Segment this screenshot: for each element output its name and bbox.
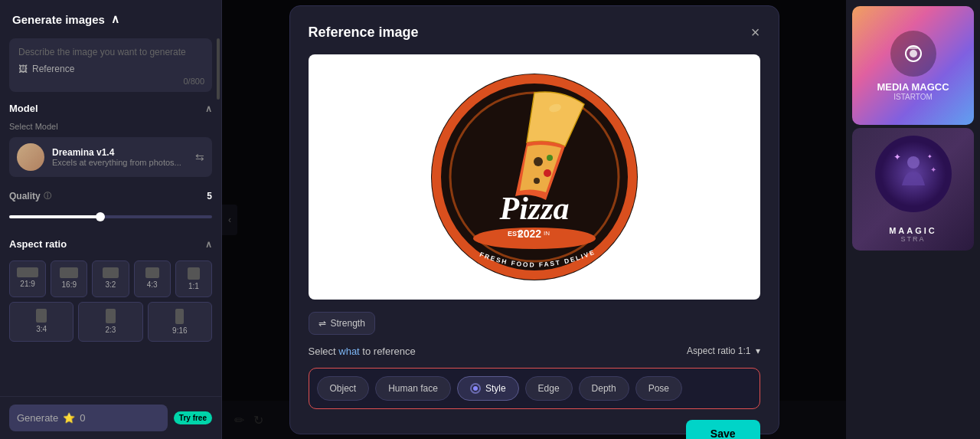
reference-image-modal: Reference image × (289, 5, 779, 434)
ratio-box-2-3 (106, 309, 116, 323)
save-button[interactable]: Save (686, 420, 760, 440)
sidebar-footer: Generate ⭐ 0 Try free (0, 396, 221, 439)
try-free-badge: Try free (174, 411, 212, 424)
pill-radio-dot (473, 386, 478, 391)
depth-label: Depth (592, 383, 616, 394)
pose-label: Pose (648, 383, 669, 394)
svg-rect-17 (909, 47, 918, 49)
modal-header: Reference image × (309, 25, 760, 41)
aspect-16-9[interactable]: 16:9 (51, 260, 87, 297)
reference-pills-container: Object Human face Style Edge Depth (309, 368, 760, 409)
aspect-ratio-dropdown[interactable]: Aspect ratio 1:1 ▾ (687, 346, 760, 356)
quality-label: Quality ⓘ (9, 191, 51, 201)
maagic-brand: MAAGIC (889, 226, 937, 235)
svg-text:2022: 2022 (518, 228, 541, 240)
aspect-21-9[interactable]: 21:9 (9, 260, 46, 297)
camera-card[interactable]: MEDIA MAGCC ISTARTOM (852, 6, 974, 125)
select-highlight: what (338, 346, 359, 357)
model-info: Dreamina v1.4 Excels at everything from … (52, 147, 188, 167)
sidebar-chevron-icon: ∧ (111, 12, 119, 26)
svg-text:✦: ✦ (927, 153, 933, 160)
model-avatar (17, 143, 44, 171)
generate-label: Generate (17, 412, 58, 424)
settings-icon[interactable]: ⇆ (195, 151, 204, 163)
select-what-label: Select what to reference (309, 346, 416, 357)
strength-button[interactable]: ⇌ Strength (309, 312, 375, 335)
aspect-3-2[interactable]: 3:2 (92, 260, 129, 297)
maagic-label-area: MAAGIC STRA (889, 226, 937, 243)
prompt-placeholder: Describe the image you want to generate (18, 47, 186, 57)
ratio-box-1-1 (188, 267, 200, 280)
edge-label: Edge (538, 383, 560, 394)
modal-title: Reference image (309, 25, 419, 41)
aspect-1-1[interactable]: 1:1 (175, 260, 212, 297)
maagic-circle: ✦ ✦ ✦ (875, 136, 952, 212)
human-face-label: Human face (388, 383, 438, 394)
svg-point-7 (547, 155, 553, 161)
aspect-ratio-section: Aspect ratio ∧ (9, 228, 212, 254)
info-icon: ⓘ (44, 191, 51, 201)
scroll-bar[interactable] (217, 38, 220, 100)
generate-images-title: Generate images (12, 13, 105, 26)
ratio-box-3-2 (103, 267, 119, 278)
char-count: 0/800 (183, 77, 204, 86)
pizza-logo-image: Pizza EST. 2022 IN FRESH FOOD FAST DELIV… (427, 70, 642, 284)
svg-point-5 (544, 169, 551, 177)
strength-label: Strength (331, 318, 365, 329)
quality-section: Quality ⓘ 5 (9, 177, 212, 209)
camera-icon (890, 31, 936, 77)
svg-text:Pizza: Pizza (498, 191, 569, 226)
aspect-ratio-title: Aspect ratio (9, 238, 67, 250)
quality-slider[interactable] (9, 215, 212, 218)
aspect-grid-row2: 3:4 2:3 9:16 (9, 302, 212, 342)
sidebar: Generate images ∧ Describe the image you… (0, 0, 222, 439)
model-name: Dreamina v1.4 (52, 147, 188, 158)
svg-text:✦: ✦ (893, 152, 901, 162)
select-row: Select what to reference Aspect ratio 1:… (309, 346, 760, 357)
pill-depth[interactable]: Depth (579, 376, 629, 401)
aspect-ratio-chevron-icon: ∧ (205, 239, 212, 250)
ratio-box-9-16 (175, 309, 184, 324)
prompt-area[interactable]: Describe the image you want to generate … (9, 38, 212, 92)
object-label: Object (330, 383, 357, 394)
model-section: Model ∧ (9, 92, 212, 119)
camera-card-subtitle: ISTARTOM (877, 93, 949, 101)
pill-object[interactable]: Object (317, 376, 370, 401)
sidebar-scroll: Describe the image you want to generate … (0, 32, 221, 396)
pill-human-face[interactable]: Human face (375, 376, 451, 401)
aspect-ratio-label: Aspect ratio 1:1 (687, 346, 750, 356)
quality-slider-thumb (96, 212, 105, 221)
camera-label-area: MEDIA MAGCC ISTARTOM (877, 81, 949, 101)
main-content: ‹ Reference image × (222, 0, 846, 439)
reference-button[interactable]: 🖼 Reference (18, 64, 74, 74)
generate-count: 0 (80, 412, 85, 424)
aspect-3-4[interactable]: 3:4 (9, 302, 74, 342)
pill-edge[interactable]: Edge (525, 376, 573, 401)
aspect-2-3[interactable]: 2:3 (78, 302, 142, 342)
pill-style[interactable]: Style (457, 376, 519, 401)
pill-pose[interactable]: Pose (635, 376, 682, 401)
sidebar-header: Generate images ∧ (0, 0, 221, 32)
right-panel: MEDIA MAGCC ISTARTOM ✦ ✦ ✦ MAAGIC STRA (846, 0, 980, 439)
chevron-down-icon: ▾ (756, 346, 760, 356)
svg-point-4 (534, 157, 543, 166)
maagic-card[interactable]: ✦ ✦ ✦ MAAGIC STRA (852, 128, 974, 251)
svg-text:IN: IN (544, 230, 550, 237)
model-section-title: Model (9, 103, 38, 114)
ratio-box-16-9 (60, 267, 78, 278)
ratio-box-4-3 (145, 267, 159, 278)
model-desc: Excels at everything from photos... (52, 158, 188, 167)
reference-label: Reference (32, 64, 74, 74)
quality-label-text: Quality (9, 191, 41, 201)
camera-svg (901, 41, 926, 66)
aspect-9-16[interactable]: 9:16 (148, 302, 212, 342)
svg-point-6 (534, 178, 540, 184)
aspect-4-3[interactable]: 4:3 (134, 260, 171, 297)
svg-text:✦: ✦ (930, 165, 936, 174)
generate-button[interactable]: Generate ⭐ 0 (9, 405, 168, 431)
svg-point-18 (907, 156, 920, 169)
quality-value: 5 (207, 191, 212, 201)
modal-close-button[interactable]: × (751, 25, 760, 40)
modal-overlay: Reference image × (222, 0, 846, 439)
model-selector[interactable]: Dreamina v1.4 Excels at everything from … (9, 137, 212, 177)
